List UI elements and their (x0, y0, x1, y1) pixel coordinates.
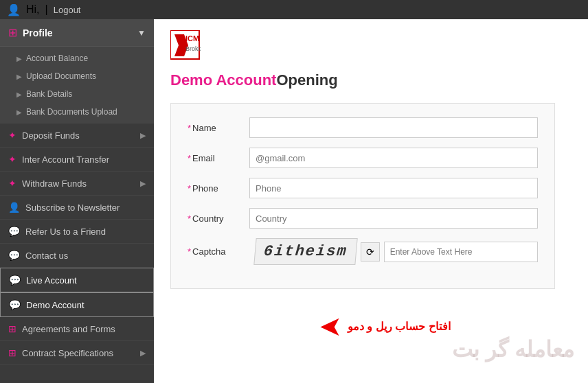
item-left: ⊞ Contract Specifications (8, 347, 113, 358)
red-arrow-icon: ➤ (319, 310, 342, 342)
captcha-label: *Captcha (188, 246, 249, 257)
sidebar-item-contract-specifications[interactable]: ⊞ Contract Specifications ▶ (0, 341, 154, 365)
sidebar-item-account-balance[interactable]: ▶ Account Balance (0, 49, 154, 67)
chevron-right-icon: ▶ (140, 349, 146, 358)
annotation-text: افتاح حساب ریل و دمو (348, 320, 451, 333)
sidebar-item-agreements[interactable]: ⊞ Agreements and Forms (0, 317, 154, 341)
sidebar: ⊞ Profile ▼ ▶ Account Balance ▶ Upload D… (0, 19, 154, 383)
email-label: *Email (188, 153, 249, 163)
topbar: 👤 Hi, | Logout (0, 0, 588, 19)
sidebar-item-refer-friend[interactable]: 💬 Refer Us to a Friend (0, 220, 154, 244)
item-left: 💬 Contact us (8, 250, 68, 261)
subscribe-icon: 👤 (8, 202, 20, 213)
arrow-annotation: ➤ افتاح حساب ریل و دمو (319, 310, 451, 342)
sidebar-label: Demo Account (26, 300, 84, 310)
watermark-persian: معامله گر بت (452, 336, 574, 362)
sidebar-label: Subscribe to Newsletter (25, 202, 120, 213)
main-content: ICM Brokers Demo AccountOpening *Name *E… (154, 19, 588, 383)
transfer-icon: ✦ (8, 154, 16, 165)
sidebar-item-contact-us[interactable]: 💬 Contact us (0, 244, 154, 268)
form-container: *Name *Email *Phone *Co (170, 103, 555, 289)
chevron-right-icon: ▶ (140, 131, 146, 140)
svg-text:ICM: ICM (185, 34, 199, 43)
live-account-icon: 💬 (9, 275, 21, 286)
sidebar-label: Agreements and Forms (22, 324, 115, 334)
page-title-rest: Opening (276, 71, 337, 89)
name-label: *Name (188, 123, 249, 133)
sidebar-profile-header[interactable]: ⊞ Profile ▼ (0, 19, 154, 47)
sidebar-label: Refer Us to a Friend (25, 227, 106, 237)
required-asterisk: * (188, 213, 191, 224)
sidebar-label: Contact us (25, 251, 68, 261)
country-label: *Country (188, 213, 249, 224)
deposit-icon: ✦ (8, 130, 16, 141)
captcha-refresh-button[interactable]: ⟳ (361, 242, 380, 262)
arrow-icon: ▶ (16, 55, 22, 62)
sidebar-submenu: ▶ Account Balance ▶ Upload Documents ▶ B… (0, 47, 154, 124)
captcha-input[interactable] (384, 242, 538, 262)
agreements-icon: ⊞ (8, 323, 16, 334)
sidebar-label: Withdraw Funds (22, 178, 87, 189)
refer-icon: 💬 (8, 226, 20, 237)
sidebar-item-deposit-funds[interactable]: ✦ Deposit Funds ▶ (0, 124, 154, 148)
page-title-demo: Demo Account (170, 71, 276, 89)
separator: | (45, 3, 48, 16)
sidebar-item-inter-account-transfer[interactable]: ✦ Inter Account Transfer (0, 148, 154, 172)
phone-input[interactable] (249, 178, 538, 198)
phone-label: *Phone (188, 183, 249, 194)
layout: ⊞ Profile ▼ ▶ Account Balance ▶ Upload D… (0, 19, 588, 383)
name-input[interactable] (249, 117, 538, 138)
sidebar-profile-header-left: ⊞ Profile (8, 26, 53, 39)
arrow-icon: ▶ (16, 73, 22, 80)
email-row: *Email (188, 148, 538, 168)
required-asterisk: * (188, 123, 191, 133)
logo-wrapper: ICM Brokers (170, 30, 201, 60)
contact-icon: 💬 (8, 250, 20, 261)
demo-account-icon: 💬 (9, 299, 21, 310)
item-left: 💬 Refer Us to a Friend (8, 226, 106, 237)
item-left: 💬 Live Account (9, 275, 77, 286)
withdraw-icon: ✦ (8, 178, 16, 189)
sidebar-item-bank-details[interactable]: ▶ Bank Details (0, 85, 154, 103)
captcha-image: 6itheism (253, 238, 357, 265)
country-row: *Country (188, 208, 538, 229)
svg-text:Brokers: Brokers (185, 45, 201, 52)
refresh-icon: ⟳ (366, 246, 374, 257)
item-left: ✦ Inter Account Transfer (8, 154, 109, 165)
required-asterisk: * (188, 183, 191, 194)
sidebar-item-live-account[interactable]: 💬 Live Account (0, 268, 154, 292)
name-row: *Name (188, 117, 538, 138)
sidebar-item-bank-documents[interactable]: ▶ Bank Documents Upload (0, 103, 154, 121)
sidebar-item-subscribe-newsletter[interactable]: 👤 Subscribe to Newsletter (0, 196, 154, 220)
watermark: معامله گر بت (452, 336, 574, 362)
required-asterisk: * (188, 246, 191, 257)
grid-icon: ⊞ (8, 26, 17, 39)
item-left: ⊞ Agreements and Forms (8, 323, 115, 334)
sidebar-label: Contract Specifications (22, 348, 113, 358)
country-input[interactable] (249, 208, 538, 229)
captcha-area: *Captcha 6itheism ⟳ (188, 238, 538, 265)
chevron-right-icon: ▶ (140, 179, 146, 188)
contract-icon: ⊞ (8, 347, 16, 358)
sidebar-submenu-label: Account Balance (26, 54, 88, 63)
logout-link[interactable]: Logout (54, 5, 81, 15)
chevron-down-icon: ▼ (137, 28, 146, 38)
email-input[interactable] (249, 148, 538, 168)
phone-row: *Phone (188, 178, 538, 198)
logo-area: ICM Brokers (170, 30, 572, 60)
required-asterisk: * (188, 153, 191, 163)
item-left: ✦ Withdraw Funds (8, 178, 87, 189)
arrow-icon: ▶ (16, 91, 22, 98)
sidebar-submenu-label: Upload Documents (26, 71, 96, 81)
sidebar-label: Inter Account Transfer (22, 154, 109, 165)
user-icon: 👤 (7, 3, 21, 16)
sidebar-profile-label: Profile (23, 27, 53, 38)
sidebar-item-demo-account[interactable]: 💬 Demo Account (0, 292, 154, 317)
arrow-icon: ▶ (16, 108, 22, 116)
item-left: 💬 Demo Account (9, 299, 84, 310)
icm-logo-icon: ICM Brokers (170, 30, 201, 60)
sidebar-submenu-label: Bank Documents Upload (26, 107, 117, 117)
sidebar-item-upload-documents[interactable]: ▶ Upload Documents (0, 67, 154, 85)
sidebar-item-withdraw-funds[interactable]: ✦ Withdraw Funds ▶ (0, 172, 154, 196)
sidebar-label: Deposit Funds (22, 130, 80, 141)
